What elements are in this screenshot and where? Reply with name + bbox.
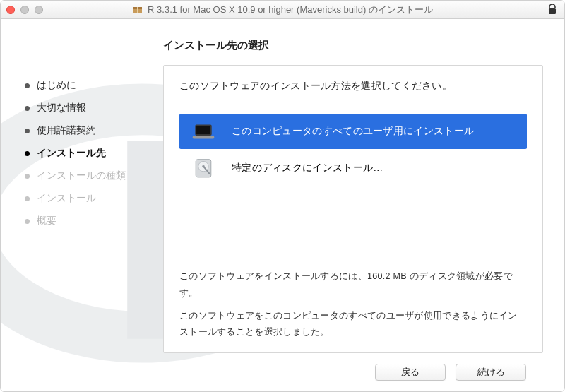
step-license: 使用許諾契約 xyxy=(25,119,163,142)
destination-info: このソフトウェアをインストールするには、160.2 MB のディスク領域が必要で… xyxy=(179,268,527,341)
destination-specific-disk[interactable]: 特定のディスクにインストール… xyxy=(179,150,527,186)
svg-rect-7 xyxy=(193,136,215,138)
step-label: 大切な情報 xyxy=(37,102,86,114)
selection-summary-text: このソフトウェアをこのコンピュータのすべてのユーザが使用できるようにインストール… xyxy=(179,308,527,342)
step-intro: はじめに xyxy=(25,74,163,97)
step-destination: インストール先 xyxy=(25,142,163,165)
back-button[interactable]: 戻る xyxy=(375,364,446,381)
destination-label: 特定のディスクにインストール… xyxy=(232,162,383,174)
installer-steps: はじめに 大切な情報 使用許諾契約 インストール先 インストールの種類 インスト… xyxy=(1,19,163,391)
lock-icon[interactable] xyxy=(547,4,557,18)
step-type: インストールの種類 xyxy=(25,165,163,187)
destination-panel: このソフトウェアのインストール方法を選択してください。 このコンピュータのすべて… xyxy=(163,65,543,353)
continue-button[interactable]: 続ける xyxy=(456,364,526,381)
step-readme: 大切な情報 xyxy=(25,97,163,119)
step-label: インストール先 xyxy=(37,147,106,160)
step-label: インストール xyxy=(37,192,96,205)
destination-all-users[interactable]: このコンピュータのすべてのユーザ用にインストール xyxy=(179,114,527,149)
hdd-icon xyxy=(191,158,216,179)
main-pane: インストール先の選択 このソフトウェアのインストール方法を選択してください。 こ… xyxy=(163,19,564,391)
required-space-text: このソフトウェアをインストールするには、160.2 MB のディスク領域が必要で… xyxy=(179,268,527,302)
laptop-icon xyxy=(191,121,216,142)
step-label: インストールの種類 xyxy=(37,170,126,182)
destination-prompt: このソフトウェアのインストール方法を選択してください。 xyxy=(179,80,527,93)
svg-rect-6 xyxy=(196,126,210,134)
svg-rect-3 xyxy=(137,7,138,13)
step-install: インストール xyxy=(25,187,163,210)
step-label: 使用許諾契約 xyxy=(37,124,96,137)
wizard-buttons: 戻る 続ける xyxy=(163,353,543,391)
destination-list: このコンピュータのすべてのユーザ用にインストール 特定のディスクにインストール… xyxy=(179,114,527,186)
destination-label: このコンピュータのすべてのユーザ用にインストール xyxy=(232,125,474,138)
package-icon xyxy=(132,4,143,16)
page-title: インストール先の選択 xyxy=(163,39,543,52)
step-label: はじめに xyxy=(37,79,76,92)
step-label: 概要 xyxy=(37,215,56,227)
step-summary: 概要 xyxy=(25,210,163,232)
svg-rect-4 xyxy=(549,8,556,14)
window-title: R 3.3.1 for Mac OS X 10.9 or higher (Mav… xyxy=(148,4,433,16)
titlebar: R 3.3.1 for Mac OS X 10.9 or higher (Mav… xyxy=(1,1,564,19)
